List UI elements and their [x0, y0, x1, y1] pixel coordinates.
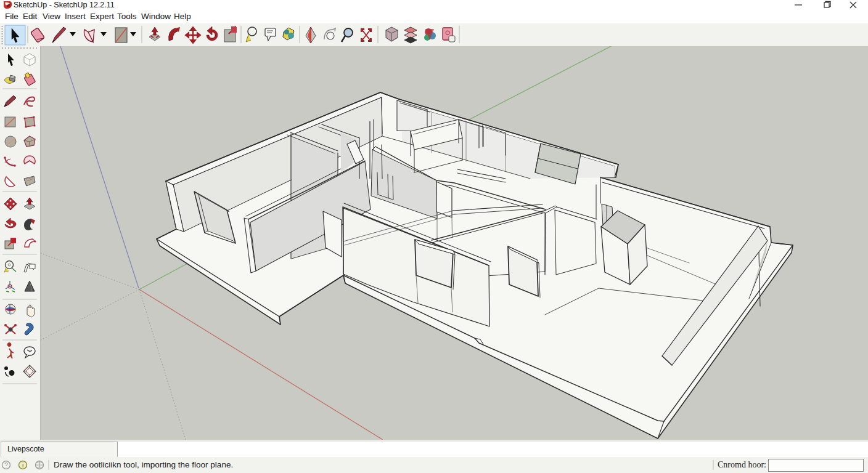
- svg-text:?: ?: [4, 462, 8, 469]
- svg-text:i: i: [22, 462, 23, 469]
